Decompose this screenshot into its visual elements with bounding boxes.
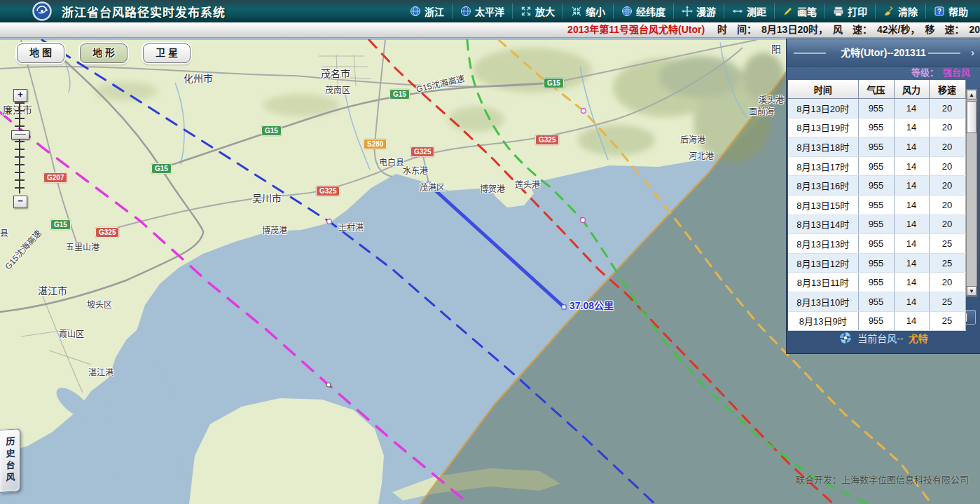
map-type-button-map[interactable]: 地 图 — [17, 43, 64, 63]
col-header-speed: 移速 — [929, 80, 965, 99]
pan-icon — [682, 6, 693, 17]
table-header-row: 时间 气压 风力 移速 — [788, 80, 965, 99]
collapse-chevron-icon[interactable]: › — [971, 39, 974, 66]
table-cell: 8月13日20时 — [788, 99, 858, 118]
table-cell: 14 — [894, 137, 929, 157]
table-row[interactable]: 8月13日10时9551425 — [788, 292, 965, 311]
nav-label: 缩小 — [586, 4, 605, 18]
zhejiang-button[interactable]: 浙江 — [402, 4, 452, 19]
table-cell: 25 — [929, 292, 965, 311]
status-details: 时 间： 8月13日20时， 风 速： 42米/秒， 移 速： 20 — [708, 24, 980, 35]
table-cell: 955 — [858, 176, 894, 196]
zoom-in-tool-button[interactable]: 放大 — [512, 4, 563, 19]
nav-label: 画笔 — [797, 4, 817, 18]
table-row[interactable]: 8月13日19时9551420 — [788, 118, 965, 137]
panel-title: 尤特(Utor)--201311 — [841, 47, 925, 58]
status-bar: 2013年第11号强台风尤特(Utor) 时 间： 8月13日20时， 风 速：… — [0, 22, 980, 38]
typhoon-table-body: 8月13日20时95514208月13日19时95514208月13日18时95… — [788, 99, 965, 331]
table-cell: 8月13日9时 — [788, 311, 858, 331]
table-row[interactable]: 8月13日16时9551420 — [788, 176, 965, 196]
zoom-in-button[interactable]: + — [13, 89, 27, 102]
zoom-slider-handle[interactable] — [11, 130, 29, 139]
nav-label: 测距 — [747, 4, 766, 18]
table-scrollbar[interactable]: ▲ ▼ — [966, 89, 977, 297]
pen-icon — [782, 6, 794, 17]
pen-button[interactable]: 画笔 — [774, 4, 824, 19]
table-cell: 8月13日13时 — [788, 234, 858, 254]
print-icon — [833, 6, 844, 17]
scroll-down-button[interactable]: ▼ — [967, 286, 976, 296]
table-cell: 14 — [894, 234, 929, 254]
measure-distance-label: 37.08公里 — [570, 298, 614, 312]
table-row[interactable]: 8月13日18时9551420 — [788, 137, 965, 157]
col-header-time: 时间 — [788, 80, 858, 99]
table-row[interactable]: 8月13日12时9551425 — [788, 253, 965, 273]
table-cell: 20 — [929, 273, 965, 292]
table-cell: 955 — [858, 234, 894, 254]
nav-label: 经纬度 — [636, 4, 665, 18]
clear-broom-icon — [883, 6, 895, 17]
table-cell: 14 — [894, 253, 929, 273]
measure-icon — [732, 6, 743, 17]
pacific-button[interactable]: 太平洋 — [452, 4, 512, 19]
nav-label: 放大 — [535, 4, 555, 18]
grade-label: 等级： — [911, 67, 939, 78]
nav-label: 帮助 — [948, 4, 968, 18]
zoom-out-tool-button[interactable]: 缩小 — [563, 4, 613, 19]
table-cell: 955 — [858, 292, 894, 311]
clear-button[interactable]: 清除 — [875, 4, 925, 19]
table-wrap: 时间 气压 风力 移速 8月13日20时95514208月13日19时95514… — [787, 80, 980, 306]
table-row[interactable]: 8月13日17时9551420 — [788, 156, 965, 176]
col-header-wind: 风力 — [894, 80, 929, 99]
measure-button[interactable]: 测距 — [724, 4, 774, 19]
scroll-up-button[interactable]: ▲ — [967, 90, 976, 100]
table-cell: 14 — [894, 292, 929, 311]
table-row[interactable]: 8月13日14时9551420 — [788, 214, 965, 234]
print-button[interactable]: 打印 — [824, 4, 875, 19]
title-bar: 浙江省台风路径实时发布系统 浙江 太平洋 放大 缩小 经纬度 漫游 测距 — [0, 0, 980, 23]
table-cell: 25 — [929, 311, 965, 331]
zoom-slider[interactable] — [15, 102, 25, 193]
panel-header[interactable]: 尤特(Utor)--201311 › — [787, 39, 980, 67]
header-rule-right — [928, 53, 960, 54]
table-row[interactable]: 8月13日15时9551420 — [788, 195, 965, 214]
nav-label: 打印 — [848, 4, 867, 18]
table-row[interactable]: 8月13日9时9551425 — [788, 311, 965, 331]
zoom-out-button[interactable]: − — [13, 196, 27, 208]
table-cell: 8月13日15时 — [788, 195, 858, 214]
table-cell: 20 — [929, 195, 965, 214]
table-cell: 20 — [929, 156, 965, 176]
zoom-in-icon — [520, 6, 532, 17]
help-icon: ? — [934, 6, 945, 17]
table-row[interactable]: 8月13日20时9551420 — [788, 99, 965, 118]
history-typhoon-label: 历史台风 — [4, 436, 17, 484]
table-cell: 8月13日14时 — [788, 214, 858, 234]
table-cell: 25 — [929, 253, 965, 273]
table-cell: 955 — [858, 99, 894, 118]
credit-text: 联合开发：上海数字位图信息科技有限公司 — [796, 472, 969, 486]
toolbar: 浙江 太平洋 放大 缩小 经纬度 漫游 测距 画笔 — [402, 0, 980, 22]
pan-button[interactable]: 漫游 — [673, 4, 724, 19]
map-type-button-terrain[interactable]: 地 形 — [80, 43, 127, 63]
help-button[interactable]: ? 帮助 — [925, 4, 976, 19]
measure-endpoint — [427, 182, 431, 186]
table-cell: 20 — [929, 137, 965, 157]
svg-text:?: ? — [937, 8, 941, 15]
table-cell: 8月13日18时 — [788, 137, 858, 157]
table-row[interactable]: 8月13日11时9551420 — [788, 273, 965, 292]
grade-value: 强台风 — [943, 67, 970, 78]
table-cell: 955 — [858, 273, 894, 292]
table-cell: 20 — [929, 118, 965, 137]
latlon-button[interactable]: 经纬度 — [613, 4, 673, 19]
nav-label: 清除 — [898, 4, 918, 18]
table-cell: 8月13日12时 — [788, 253, 858, 273]
nav-label: 太平洋 — [475, 4, 504, 18]
scroll-thumb[interactable] — [967, 101, 976, 133]
history-typhoon-tab[interactable]: 历史台风 — [0, 428, 20, 493]
table-cell: 955 — [858, 214, 894, 234]
pacific-globe-icon — [460, 6, 471, 17]
table-cell: 14 — [894, 195, 929, 214]
typhoon-icon — [838, 331, 853, 345]
map-type-button-satellite[interactable]: 卫 星 — [143, 43, 191, 63]
table-row[interactable]: 8月13日13时9551425 — [788, 234, 965, 254]
